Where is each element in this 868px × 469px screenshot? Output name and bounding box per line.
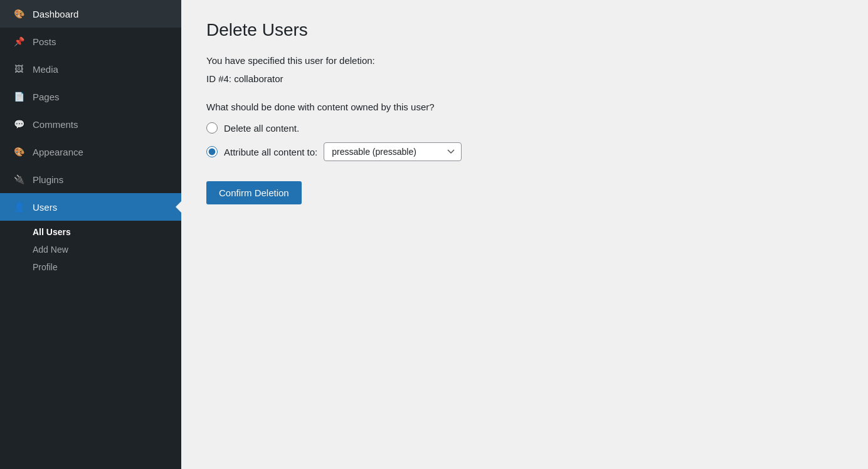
dashboard-icon xyxy=(13,8,25,20)
sidebar-item-label: Media xyxy=(33,64,58,75)
sidebar-item-users[interactable]: Users xyxy=(0,193,181,221)
comments-icon xyxy=(13,118,25,130)
submenu-add-new[interactable]: Add New xyxy=(0,241,181,258)
sidebar-item-appearance[interactable]: Appearance xyxy=(0,138,181,166)
main-content: Delete Users You have specified this use… xyxy=(181,0,868,469)
sidebar-item-label: Posts xyxy=(33,36,56,47)
sidebar-item-plugins[interactable]: Plugins xyxy=(0,166,181,193)
media-icon xyxy=(13,63,25,75)
sidebar-item-media[interactable]: Media xyxy=(0,55,181,83)
delete-content-radio[interactable] xyxy=(206,122,218,134)
sidebar: Dashboard Posts Media Pages Comments App… xyxy=(0,0,181,469)
sidebar-item-comments[interactable]: Comments xyxy=(0,110,181,138)
sidebar-item-posts[interactable]: Posts xyxy=(0,28,181,55)
page-title: Delete Users xyxy=(206,20,843,40)
user-id-text: ID #4: collaborator xyxy=(206,73,843,84)
attribute-content-option: Attribute all content to: pressable (pre… xyxy=(206,142,843,161)
sidebar-item-label: Plugins xyxy=(33,174,63,185)
delete-content-option: Delete all content. xyxy=(206,122,843,134)
pages-icon xyxy=(13,90,25,103)
attribute-user-select[interactable]: pressable (pressable) xyxy=(324,142,462,161)
sidebar-item-label: Dashboard xyxy=(33,9,78,19)
sidebar-item-label: Comments xyxy=(33,119,78,130)
submenu-all-users[interactable]: All Users xyxy=(0,223,181,241)
appearance-icon xyxy=(13,145,25,158)
sidebar-item-label: Appearance xyxy=(33,147,83,157)
plugins-icon xyxy=(13,173,25,186)
confirm-deletion-button[interactable]: Confirm Deletion xyxy=(206,181,302,204)
users-icon xyxy=(13,201,25,213)
submenu-profile[interactable]: Profile xyxy=(0,258,181,276)
content-question: What should be done with content owned b… xyxy=(206,102,843,112)
deletion-description: You have specified this user for deletio… xyxy=(206,55,843,66)
users-submenu: All Users Add New Profile xyxy=(0,221,181,281)
sidebar-item-label: Pages xyxy=(33,92,60,102)
attribute-content-label[interactable]: Attribute all content to: xyxy=(224,147,317,157)
sidebar-item-label: Users xyxy=(33,202,57,213)
delete-content-label[interactable]: Delete all content. xyxy=(224,123,299,134)
sidebar-item-pages[interactable]: Pages xyxy=(0,83,181,110)
attribute-content-radio[interactable] xyxy=(206,146,218,157)
posts-icon xyxy=(13,35,25,48)
sidebar-item-dashboard[interactable]: Dashboard xyxy=(0,0,181,28)
